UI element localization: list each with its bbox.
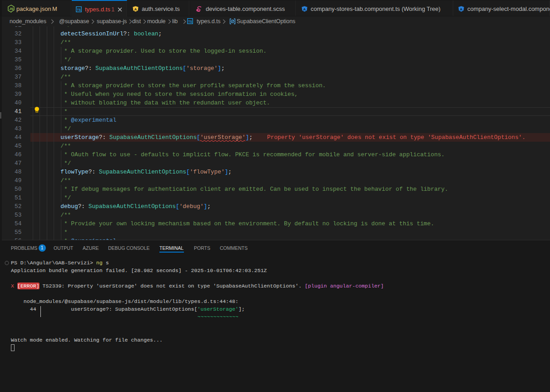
svg-text:TS: TS (77, 8, 81, 11)
svg-text:JS: JS (9, 7, 13, 11)
svg-text:A: A (303, 7, 306, 11)
svg-text:TS: TS (188, 20, 193, 23)
svg-text:A: A (460, 7, 462, 11)
svg-text:A: A (134, 7, 137, 11)
